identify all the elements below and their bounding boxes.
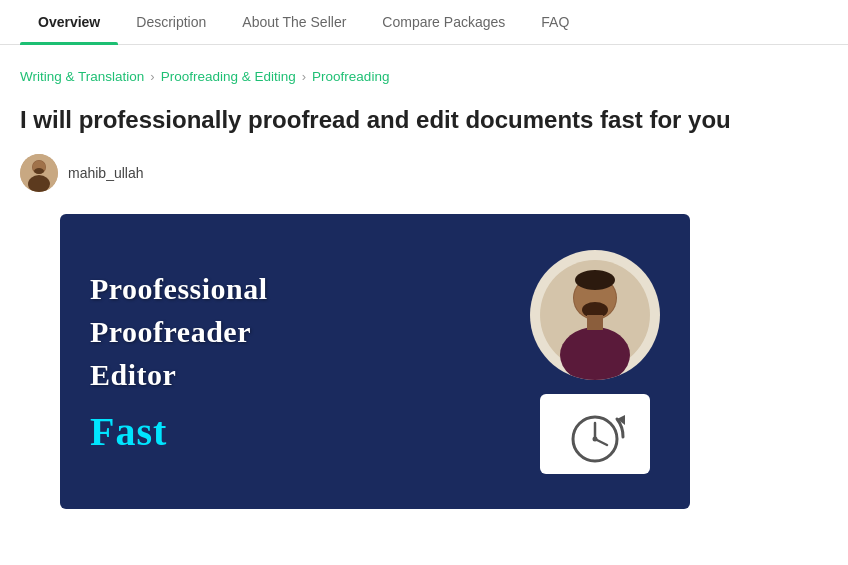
tab-description[interactable]: Description xyxy=(118,0,224,44)
banner-line2: Proofreader xyxy=(90,312,268,351)
portrait-circle xyxy=(530,250,660,380)
gig-banner: Proofessional Proofreader Editor Fast xyxy=(60,214,690,509)
svg-rect-11 xyxy=(587,315,603,330)
avatar xyxy=(20,154,58,192)
nav-tabs: Overview Description About The Seller Co… xyxy=(0,0,848,45)
svg-point-4 xyxy=(34,168,44,174)
svg-point-16 xyxy=(593,437,598,442)
portrait-svg xyxy=(535,260,655,380)
breadcrumb-separator-1: › xyxy=(150,69,154,84)
svg-point-8 xyxy=(575,270,615,290)
seller-name[interactable]: mahib_ullah xyxy=(68,165,144,181)
banner-fast: Fast xyxy=(90,408,268,455)
breadcrumb-separator-2: › xyxy=(302,69,306,84)
seller-info: mahib_ullah xyxy=(20,154,828,192)
avatar-image xyxy=(20,154,58,192)
gig-title: I will professionally proofread and edit… xyxy=(20,104,740,136)
main-content: Writing & Translation › Proofreading & E… xyxy=(0,45,848,529)
breadcrumb-writing-translation[interactable]: Writing & Translation xyxy=(20,69,144,84)
banner-line1: Proofessional xyxy=(90,269,268,308)
tab-faq[interactable]: FAQ xyxy=(523,0,587,44)
tab-compare-packages[interactable]: Compare Packages xyxy=(364,0,523,44)
clock-box xyxy=(540,394,650,474)
clock-svg xyxy=(555,401,635,466)
breadcrumb-proofreading[interactable]: Proofreading xyxy=(312,69,389,84)
banner-text: Proofessional Proofreader Editor Fast xyxy=(90,269,268,455)
banner-right xyxy=(530,250,660,474)
breadcrumb: Writing & Translation › Proofreading & E… xyxy=(20,69,828,84)
tab-about-seller[interactable]: About The Seller xyxy=(224,0,364,44)
tab-overview[interactable]: Overview xyxy=(20,0,118,44)
banner-line3: Editor xyxy=(90,355,268,394)
breadcrumb-proofreading-editing[interactable]: Proofreading & Editing xyxy=(161,69,296,84)
